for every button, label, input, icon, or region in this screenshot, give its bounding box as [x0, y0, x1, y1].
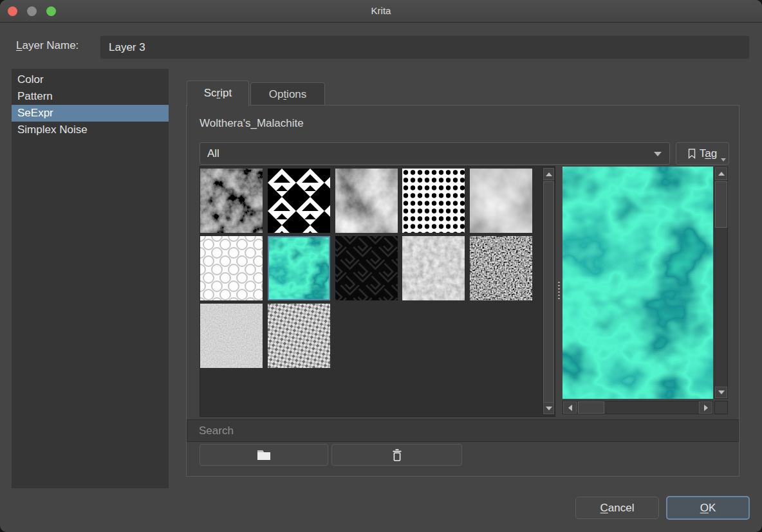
- scrollbar-corner: [714, 401, 728, 414]
- tab-script[interactable]: Script: [187, 80, 249, 106]
- cancel-button-label: Cancel: [600, 502, 635, 515]
- layer-name-input[interactable]: [100, 35, 750, 59]
- arrow-left-icon: [568, 405, 572, 411]
- generator-type-list: Color Pattern SeExpr Simplex Noise: [12, 69, 169, 488]
- import-resource-button[interactable]: [200, 444, 328, 466]
- pattern-thumbnail[interactable]: [470, 236, 532, 300]
- pattern-grid: [200, 166, 555, 417]
- scroll-right-button[interactable]: [699, 401, 712, 414]
- chevron-down-icon: [654, 152, 662, 156]
- grid-vertical-scrollbar[interactable]: [543, 167, 555, 415]
- bookmark-icon: [688, 149, 696, 159]
- ok-button[interactable]: OK: [666, 496, 750, 520]
- splitter-dots-icon: [558, 282, 560, 299]
- pattern-thumbnail[interactable]: [268, 169, 330, 233]
- scroll-left-button[interactable]: [563, 401, 577, 414]
- arrow-up-icon: [546, 172, 552, 176]
- pattern-thumbnail[interactable]: [268, 304, 330, 368]
- arrow-down-icon: [718, 390, 725, 394]
- scrollbar-thumb[interactable]: [578, 401, 604, 414]
- pattern-thumbnail[interactable]: [200, 236, 263, 300]
- delete-resource-button[interactable]: [331, 444, 462, 466]
- arrow-right-icon: [704, 405, 708, 411]
- scroll-down-button[interactable]: [543, 402, 554, 414]
- search-input[interactable]: [187, 419, 739, 442]
- pattern-thumbnail[interactable]: [335, 169, 398, 233]
- scrollbar-thumb[interactable]: [543, 181, 554, 403]
- scroll-down-button[interactable]: [715, 387, 727, 398]
- tag-filter-dropdown[interactable]: All: [200, 142, 670, 165]
- window-title: Krita: [0, 0, 762, 22]
- arrow-up-icon: [718, 172, 725, 176]
- scroll-up-button[interactable]: [715, 167, 727, 180]
- tab-options[interactable]: Options: [250, 82, 325, 106]
- tag-button[interactable]: Tag: [676, 142, 729, 165]
- pattern-thumbnail[interactable]: [470, 169, 532, 233]
- pattern-thumbnail[interactable]: [200, 304, 263, 368]
- scrollbar-thumb[interactable]: [715, 181, 727, 228]
- pattern-preview: [562, 167, 713, 399]
- tag-button-label: Tag: [700, 147, 717, 160]
- splitter-handle[interactable]: [555, 166, 562, 417]
- folder-icon: [256, 449, 272, 461]
- arrow-down-icon: [546, 407, 552, 410]
- tag-filter-value: All: [207, 147, 219, 160]
- list-item-seexpr[interactable]: SeExpr: [12, 105, 169, 122]
- krita-dialog-window: Krita Layer Name: Color Pattern SeExpr S…: [0, 0, 762, 532]
- cancel-button[interactable]: Cancel: [575, 497, 659, 519]
- selected-resource-name: Wolthera's_Malachite: [200, 117, 304, 130]
- pattern-thumbnail-selected[interactable]: [268, 236, 330, 300]
- menu-arrow-icon: [721, 158, 726, 161]
- preview-vertical-scrollbar[interactable]: [714, 167, 728, 399]
- script-tab-panel: Wolthera's_Malachite All Tag: [186, 105, 739, 477]
- title-bar: Krita: [0, 0, 762, 23]
- pattern-chooser: [200, 166, 729, 417]
- scroll-up-button[interactable]: [543, 168, 554, 180]
- pattern-thumbnail[interactable]: [402, 236, 465, 300]
- trash-icon: [392, 448, 402, 462]
- pattern-thumbnail[interactable]: [335, 236, 398, 300]
- list-item-color[interactable]: Color: [12, 71, 169, 88]
- list-item-pattern[interactable]: Pattern: [12, 88, 169, 105]
- ok-button-label: OK: [700, 502, 716, 515]
- layer-name-label: Layer Name:: [16, 39, 79, 52]
- pattern-thumbnail[interactable]: [200, 169, 263, 233]
- pattern-thumbnail[interactable]: [402, 169, 465, 233]
- list-item-simplex-noise[interactable]: Simplex Noise: [12, 122, 169, 138]
- preview-horizontal-scrollbar[interactable]: [562, 401, 713, 414]
